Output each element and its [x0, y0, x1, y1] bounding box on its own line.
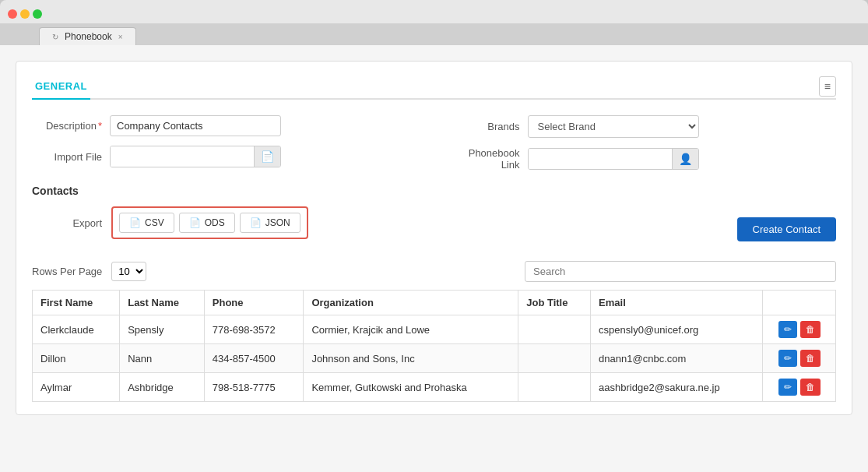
brands-select[interactable]: Select Brand — [528, 115, 699, 138]
table-controls: Rows Per Page 10 25 50 — [32, 261, 836, 282]
phonebook-tab[interactable]: ↻ Phonebook × — [39, 27, 136, 45]
cell-actions: ✏ 🗑 — [763, 315, 836, 344]
cell-phone: 798-518-7775 — [204, 373, 304, 402]
edit-button[interactable]: ✏ — [778, 379, 797, 396]
rows-per-page-select[interactable]: 10 25 50 — [111, 262, 146, 281]
cell-organization: Johnson and Sons, Inc — [304, 344, 518, 373]
export-csv-button[interactable]: 📄 CSV — [119, 213, 174, 233]
phonebook-link-input-group: 👤 — [528, 148, 699, 170]
search-input[interactable] — [525, 261, 836, 282]
col-organization: Organization — [304, 291, 518, 315]
table-row: Aylmar Ashbridge 798-518-7775 Kemmer, Gu… — [33, 373, 836, 402]
cell-organization: Kemmer, Gutkowski and Prohaska — [304, 373, 518, 402]
ods-label: ODS — [205, 217, 225, 228]
window-controls — [8, 9, 42, 19]
file-icon: 📄 — [261, 150, 274, 163]
cell-email: cspensly0@unicef.org — [591, 315, 763, 344]
contacts-table: First Name Last Name Phone Organization … — [32, 290, 836, 402]
cell-phone: 434-857-4500 — [204, 344, 304, 373]
cell-first-name: Dillon — [33, 344, 120, 373]
brands-label: Brands — [450, 121, 520, 132]
user-icon: 👤 — [679, 153, 692, 165]
cell-last-name: Nann — [120, 344, 205, 373]
delete-button[interactable]: 🗑 — [800, 379, 821, 396]
table-header: First Name Last Name Phone Organization … — [33, 291, 836, 315]
description-label: Description* — [32, 120, 102, 132]
cell-email: dnann1@cnbc.com — [591, 344, 763, 373]
cell-job-title — [518, 315, 591, 344]
col-job-title: Job Title — [518, 291, 591, 315]
table-row: Clerkclaude Spensly 778-698-3572 Cormier… — [33, 315, 836, 344]
import-file-row: Import File 📄 — [32, 146, 419, 167]
phonebook-link-input[interactable] — [529, 149, 672, 169]
export-buttons-group: 📄 CSV 📄 ODS 📄 JSON — [111, 206, 308, 239]
col-email: Email — [591, 291, 763, 315]
brands-row: Brands Select Brand — [450, 115, 837, 138]
window-close-button[interactable] — [8, 9, 17, 19]
import-file-label: Import File — [32, 151, 102, 163]
cell-last-name: Ashbridge — [120, 373, 205, 402]
ods-icon: 📄 — [189, 217, 201, 228]
cell-email: aashbridge2@sakura.ne.jp — [591, 373, 763, 402]
col-actions — [763, 291, 836, 315]
contacts-title: Contacts — [32, 185, 836, 197]
cell-first-name: Aylmar — [33, 373, 120, 402]
tab-label: Phonebook — [65, 31, 112, 42]
cell-last-name: Spensly — [120, 315, 205, 344]
table-body: Clerkclaude Spensly 778-698-3572 Cormier… — [33, 315, 836, 402]
phonebook-link-browse-button[interactable]: 👤 — [672, 149, 698, 169]
export-ods-button[interactable]: 📄 ODS — [179, 213, 235, 233]
main-container: GENERAL ≡ Description* Import File — [0, 45, 868, 472]
window-maximize-button[interactable] — [33, 9, 42, 19]
tab-general[interactable]: GENERAL — [32, 74, 90, 100]
edit-button[interactable]: ✏ — [778, 321, 797, 338]
description-row: Description* — [32, 115, 419, 136]
contacts-section: Contacts Export 📄 CSV 📄 ODS — [32, 185, 836, 402]
col-first-name: First Name — [33, 291, 120, 315]
export-label: Export — [32, 217, 102, 229]
create-contact-button[interactable]: Create Contact — [737, 217, 836, 241]
import-file-input-group: 📄 — [110, 146, 281, 167]
json-icon: 📄 — [250, 217, 262, 228]
delete-button[interactable]: 🗑 — [800, 321, 821, 338]
rows-per-page-label: Rows Per Page — [32, 266, 102, 277]
form-right: Brands Select Brand Phonebook Link 👤 — [450, 115, 837, 171]
cell-job-title — [518, 344, 591, 373]
window-chrome — [0, 0, 868, 23]
tab-refresh-icon[interactable]: ↻ — [52, 33, 58, 41]
tab-close-icon[interactable]: × — [118, 33, 123, 41]
tabs-header: GENERAL ≡ — [32, 74, 836, 100]
cell-phone: 778-698-3572 — [204, 315, 304, 344]
form-section: Description* Import File 📄 — [32, 115, 836, 171]
card: GENERAL ≡ Description* Import File — [16, 61, 852, 415]
cell-actions: ✏ 🗑 — [763, 344, 836, 373]
csv-label: CSV — [145, 217, 164, 228]
import-file-browse-button[interactable]: 📄 — [254, 146, 280, 167]
csv-icon: 📄 — [129, 217, 141, 228]
cell-first-name: Clerkclaude — [33, 315, 120, 344]
edit-button[interactable]: ✏ — [778, 350, 797, 367]
json-label: JSON — [265, 217, 290, 228]
col-last-name: Last Name — [120, 291, 205, 315]
cell-actions: ✏ 🗑 — [763, 373, 836, 402]
phonebook-link-label: Phonebook Link — [450, 147, 520, 171]
cell-organization: Cormier, Krajcik and Lowe — [304, 315, 518, 344]
col-phone: Phone — [204, 291, 304, 315]
required-asterisk: * — [98, 120, 102, 132]
phonebook-link-row: Phonebook Link 👤 — [450, 147, 837, 171]
export-row: Export 📄 CSV 📄 ODS 📄 JSON — [32, 206, 308, 239]
table-row: Dillon Nann 434-857-4500 Johnson and Son… — [33, 344, 836, 373]
window-minimize-button[interactable] — [20, 9, 30, 19]
form-left: Description* Import File 📄 — [32, 115, 419, 171]
cell-job-title — [518, 373, 591, 402]
import-file-input[interactable] — [111, 146, 254, 167]
export-json-button[interactable]: 📄 JSON — [240, 213, 300, 233]
description-input[interactable] — [110, 115, 281, 136]
list-view-button[interactable]: ≡ — [819, 76, 836, 97]
tab-bar: ↻ Phonebook × — [0, 23, 868, 45]
delete-button[interactable]: 🗑 — [800, 350, 821, 367]
